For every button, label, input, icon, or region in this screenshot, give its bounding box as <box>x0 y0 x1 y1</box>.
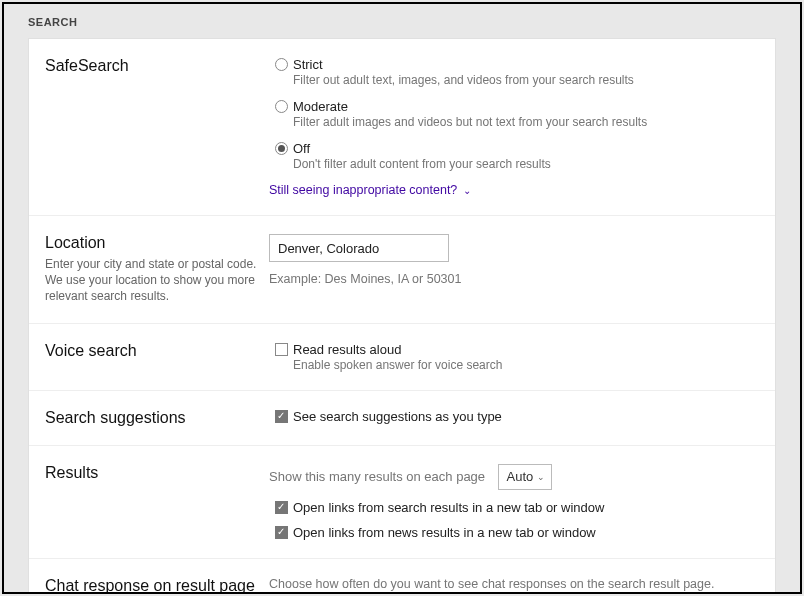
option-sub: Enable spoken answer for voice search <box>293 358 757 372</box>
results-per-page-row: Show this many results on each page Auto… <box>269 464 757 490</box>
safesearch-option-moderate[interactable]: Moderate Filter adult images and videos … <box>269 99 757 129</box>
section-safesearch: SafeSearch Strict Filter out adult text,… <box>29 39 775 216</box>
option-label: Open links from search results in a new … <box>293 500 757 515</box>
radio-icon[interactable] <box>275 100 288 113</box>
section-location: Location Enter your city and state or po… <box>29 216 775 324</box>
option-label: Open links from news results in a new ta… <box>293 525 757 540</box>
option-sub: Don't filter adult content from your sea… <box>293 157 757 171</box>
section-suggestions: Search suggestions See search suggestion… <box>29 391 775 446</box>
option-label: Moderate <box>293 99 757 114</box>
select-value: Auto <box>507 469 534 484</box>
section-chat: Chat response on result page Choose how … <box>29 559 775 594</box>
inappropriate-content-link[interactable]: Still seeing inappropriate content? ⌄ <box>269 183 757 197</box>
checkbox-icon[interactable] <box>275 526 288 539</box>
location-title: Location <box>45 234 257 252</box>
voice-title: Voice search <box>45 342 257 360</box>
location-example: Example: Des Moines, IA or 50301 <box>269 272 757 286</box>
results-open-news-newtab[interactable]: Open links from news results in a new ta… <box>269 525 757 540</box>
results-per-page-label: Show this many results on each page <box>269 469 485 484</box>
suggestions-enable[interactable]: See search suggestions as you type <box>269 409 757 424</box>
section-results: Results Show this many results on each p… <box>29 446 775 559</box>
voice-read-aloud[interactable]: Read results aloud Enable spoken answer … <box>269 342 757 372</box>
location-input[interactable] <box>269 234 449 262</box>
safesearch-option-off[interactable]: Off Don't filter adult content from your… <box>269 141 757 171</box>
safesearch-option-strict[interactable]: Strict Filter out adult text, images, an… <box>269 57 757 87</box>
results-open-search-newtab[interactable]: Open links from search results in a new … <box>269 500 757 515</box>
suggestions-title: Search suggestions <box>45 409 257 427</box>
link-text: Still seeing inappropriate content? <box>269 183 457 197</box>
chevron-down-icon: ⌄ <box>463 185 471 196</box>
option-label: See search suggestions as you type <box>293 409 757 424</box>
checkbox-icon[interactable] <box>275 501 288 514</box>
location-desc: Enter your city and state or postal code… <box>45 256 257 305</box>
safesearch-title: SafeSearch <box>45 57 257 75</box>
radio-icon[interactable] <box>275 58 288 71</box>
section-voice: Voice search Read results aloud Enable s… <box>29 324 775 391</box>
page-header: SEARCH <box>4 4 800 38</box>
page-title: SEARCH <box>28 16 77 28</box>
radio-icon[interactable] <box>275 142 288 155</box>
option-sub: Filter out adult text, images, and video… <box>293 73 757 87</box>
settings-panel: SafeSearch Strict Filter out adult text,… <box>28 38 776 594</box>
chevron-down-icon: ⌄ <box>537 472 545 482</box>
option-sub: Filter adult images and videos but not t… <box>293 115 757 129</box>
option-label: Off <box>293 141 757 156</box>
results-per-page-select[interactable]: Auto ⌄ <box>498 464 553 490</box>
results-title: Results <box>45 464 257 482</box>
option-label: Strict <box>293 57 757 72</box>
checkbox-icon[interactable] <box>275 343 288 356</box>
checkbox-icon[interactable] <box>275 410 288 423</box>
chat-desc: Choose how often do you want to see chat… <box>269 577 757 591</box>
option-label: Read results aloud <box>293 342 757 357</box>
chat-title: Chat response on result page <box>45 577 257 594</box>
